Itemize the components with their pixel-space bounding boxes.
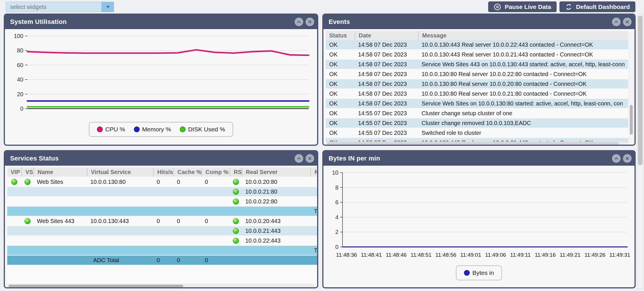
events-vertical-scrollbar[interactable] bbox=[629, 33, 634, 146]
close-panel-button[interactable] bbox=[306, 154, 314, 163]
services-cell bbox=[230, 189, 242, 195]
widget-select-placeholder: select widgets bbox=[6, 4, 102, 10]
events-cell: OK bbox=[326, 51, 355, 58]
services-column-header: VS bbox=[21, 167, 33, 177]
pause-live-data-button[interactable]: Pause Live Data bbox=[488, 1, 557, 12]
svg-text:80: 80 bbox=[17, 47, 23, 54]
panel-title: System Utilisation bbox=[10, 18, 67, 26]
events-cell: OK bbox=[326, 61, 355, 68]
collapse-panel-button[interactable] bbox=[612, 154, 621, 163]
close-panel-button[interactable] bbox=[623, 18, 632, 26]
green-orb-icon bbox=[233, 238, 239, 244]
bytes-in-body: 024681011:48:3611:48:4111:48:4611:48:511… bbox=[323, 169, 634, 288]
table-row: Web Sites 44310.0.0.130:44300010.0.0.20:… bbox=[7, 216, 318, 226]
green-orb-icon bbox=[25, 179, 31, 185]
services-cell-comp: 0 bbox=[201, 218, 230, 224]
bytes-in-header: Bytes IN per min bbox=[323, 151, 634, 166]
legend-item: Memory % bbox=[134, 126, 171, 133]
chevron-down-icon[interactable] bbox=[102, 2, 114, 12]
events-column-header: Date bbox=[355, 31, 418, 40]
system-utilisation-panel: System Utilisation 020406080100 CPU %Mem… bbox=[4, 14, 318, 146]
services-cell-real-server: 10.0.0.21:80 bbox=[242, 188, 310, 195]
svg-text:20: 20 bbox=[17, 91, 23, 97]
events-cell: 14:55 07 Dec 2023 bbox=[355, 130, 418, 136]
table-row: 10.0.0.22:443 bbox=[7, 236, 318, 246]
green-orb-icon bbox=[11, 179, 17, 185]
topbar: select widgets Pause Live Data Default D… bbox=[0, 0, 644, 14]
services-cell-name: Web Sites 443 bbox=[33, 218, 87, 224]
events-cell: 14:58 07 Dec 2023 bbox=[355, 71, 418, 78]
collapse-panel-button[interactable] bbox=[295, 18, 303, 26]
services-cell bbox=[230, 238, 242, 244]
svg-text:4: 4 bbox=[335, 214, 338, 220]
events-cell: OK bbox=[326, 130, 355, 136]
legend-label: Memory % bbox=[142, 126, 171, 133]
services-horizontal-scrollbar[interactable] bbox=[7, 284, 314, 288]
legend-swatch bbox=[180, 126, 186, 132]
events-cell: Cluster change setup cluster of one bbox=[418, 110, 628, 117]
services-cell-real-server: 10.0.0.21:443 bbox=[242, 228, 310, 234]
events-cell: 14:55 07 Dec 2023 bbox=[355, 110, 418, 117]
close-panel-button[interactable] bbox=[306, 18, 314, 26]
system-utilisation-body: 020406080100 CPU %Memory %DISK Used % bbox=[5, 31, 317, 146]
page-scrollbar[interactable] bbox=[637, 14, 643, 289]
panel-title: Services Status bbox=[10, 155, 59, 162]
svg-text:11:49:16: 11:49:16 bbox=[535, 252, 556, 258]
default-dashboard-button[interactable]: Default Dashboard bbox=[559, 1, 635, 12]
scrollbar-thumb[interactable] bbox=[638, 16, 643, 165]
svg-text:11:49:06: 11:49:06 bbox=[485, 252, 506, 258]
svg-text:100: 100 bbox=[14, 33, 23, 39]
svg-text:40: 40 bbox=[17, 76, 23, 83]
events-cell: 10.0.0.130:443 Real server 10.0.0.22:443… bbox=[418, 41, 628, 48]
scrollbar-thumb[interactable] bbox=[630, 105, 633, 135]
events-cell: OK bbox=[326, 71, 355, 78]
collapse-panel-button[interactable] bbox=[295, 154, 303, 163]
table-row: OK14:58 07 Dec 202310.0.0.130:443 Real s… bbox=[326, 40, 628, 50]
services-cell-hits: 0 bbox=[153, 257, 173, 264]
services-column-header: Notes bbox=[310, 167, 318, 177]
svg-text:11:48:51: 11:48:51 bbox=[411, 252, 432, 258]
collapse-panel-button[interactable] bbox=[612, 18, 621, 26]
events-cell: OK bbox=[326, 110, 355, 117]
table-row: OK14:58 07 Dec 202310.0.0.130:80 Real se… bbox=[326, 69, 628, 79]
events-cell: Cluster change removed 10.0.0.103,EADC bbox=[418, 120, 628, 126]
events-cell: 14:58 07 Dec 2023 bbox=[355, 41, 418, 48]
events-column-header: Message bbox=[418, 31, 628, 40]
services-status-body: VIPVSNameVirtual ServiceHits/sCache %Com… bbox=[5, 167, 317, 288]
svg-text:6: 6 bbox=[335, 199, 338, 205]
svg-text:11:49:11: 11:49:11 bbox=[510, 252, 531, 258]
events-horizontal-scrollbar[interactable] bbox=[326, 141, 627, 146]
table-row: OK14:58 07 Dec 202310.0.0.130:80 Real se… bbox=[326, 89, 628, 99]
services-cell-cache: 0 bbox=[173, 218, 201, 224]
table-row: OK14:58 07 Dec 2023Service Web Sites on … bbox=[326, 99, 628, 109]
panel-title: Bytes IN per min bbox=[329, 155, 380, 162]
green-orb-icon bbox=[233, 228, 239, 234]
widget-select-dropdown[interactable]: select widgets bbox=[6, 2, 114, 12]
green-orb-icon bbox=[25, 218, 31, 224]
services-empty-area bbox=[7, 265, 318, 283]
svg-text:8: 8 bbox=[335, 184, 338, 191]
bytes-in-panel: Bytes IN per min 024681011:48:3611:48:41… bbox=[322, 150, 636, 288]
svg-text:11:48:56: 11:48:56 bbox=[435, 252, 456, 258]
services-cell-comp: 0 bbox=[201, 179, 230, 185]
services-cell bbox=[21, 218, 33, 224]
services-cell-comp: 0 bbox=[201, 257, 230, 264]
services-cell bbox=[230, 228, 242, 234]
scrollbar-thumb[interactable] bbox=[9, 285, 183, 288]
close-panel-button[interactable] bbox=[623, 154, 632, 163]
table-row: 10.0.0.22:80 bbox=[7, 197, 318, 207]
services-status-panel: Services Status VIPVSNameVirtual Service… bbox=[4, 150, 318, 288]
legend-label: Bytes in bbox=[472, 269, 494, 276]
svg-text:60: 60 bbox=[17, 62, 23, 68]
events-body: StatusDateMessageOK14:58 07 Dec 202310.0… bbox=[323, 31, 634, 146]
svg-text:0: 0 bbox=[335, 244, 338, 250]
svg-text:11:49:01: 11:49:01 bbox=[460, 252, 481, 258]
topbar-buttons: Pause Live Data Default Dashboard bbox=[488, 1, 635, 12]
scrollbar-thumb[interactable] bbox=[327, 142, 619, 145]
services-cell-real-server: 10.0.0.20:80 bbox=[242, 179, 310, 185]
pause-live-data-label: Pause Live Data bbox=[505, 3, 551, 10]
services-column-header: Real Server bbox=[242, 167, 310, 177]
svg-text:11:48:46: 11:48:46 bbox=[386, 252, 407, 258]
services-cell-hits: 0 bbox=[153, 179, 173, 185]
legend-item: DISK Used % bbox=[180, 126, 225, 133]
